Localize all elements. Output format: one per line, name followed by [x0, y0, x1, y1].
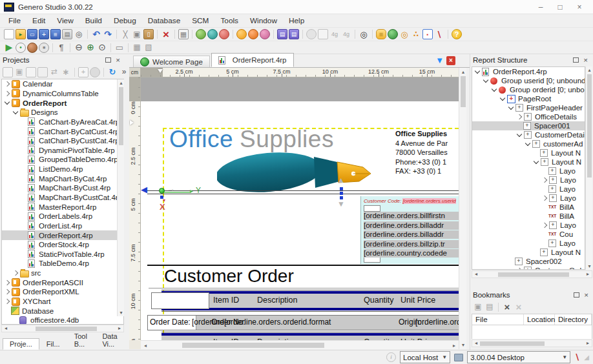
undo-icon[interactable]: ↶	[91, 29, 101, 39]
project-tree-item[interactable]: MapChart-ByCust.4rp	[2, 183, 123, 193]
project-tree-item[interactable]: DynamicPivotTable.4rp	[2, 145, 123, 155]
tools-icon[interactable]: ∖	[434, 29, 444, 39]
copy-icon[interactable]: ▣	[132, 29, 142, 39]
preview-box-icon[interactable]: ▦	[178, 29, 189, 39]
menu-help[interactable]: Help	[283, 15, 310, 26]
menu-database[interactable]: Database	[142, 15, 187, 26]
report-tree-item[interactable]: +FirstPageHeader	[472, 103, 585, 112]
project-tree-item[interactable]: OrderLabels.4rp	[2, 212, 123, 221]
float-panel-icon[interactable]	[571, 56, 581, 65]
report-tree-item[interactable]: +OfficeDetails	[472, 112, 585, 121]
project-tree-item[interactable]: OrderStock.4rp	[2, 240, 123, 250]
zoom-reset-icon[interactable]: ⊙	[97, 43, 107, 53]
menu-scm[interactable]: SCM	[186, 15, 214, 26]
float-panel-icon[interactable]	[103, 56, 113, 65]
canvas-horizontal-scrollbar[interactable]: ◂ ▸	[141, 340, 459, 349]
chevron-collapsed-icon[interactable]	[5, 280, 10, 285]
host-selector[interactable]: Local Host ▼	[400, 351, 450, 363]
project-tree-item[interactable]: OrderReport	[2, 98, 123, 108]
customer-code-field[interactable]: Customer Code: [orderline.orders.userid	[364, 198, 456, 204]
project-tree-item[interactable]: OrderList.4rp	[2, 221, 123, 231]
new-file-icon[interactable]	[4, 29, 14, 39]
menu-tools[interactable]: Tools	[214, 15, 244, 26]
project-tree-item[interactable]: ListDemo.4rp	[2, 165, 123, 174]
bill-field[interactable]: [orderline.country.codede	[364, 249, 459, 258]
menu-debug[interactable]: Debug	[108, 15, 142, 26]
chevron-collapsed-icon[interactable]	[5, 91, 10, 96]
build-node-icon[interactable]: ∗	[61, 67, 71, 77]
bill-field[interactable]: [orderline.orders.billzip.tr	[364, 240, 459, 248]
info-icon[interactable]: i	[386, 352, 396, 362]
project-tree-item[interactable]: Database	[2, 306, 123, 316]
order-field-fragment[interactable]: [orderline.orders	[415, 318, 459, 327]
project-tree-item[interactable]: XYChart	[2, 297, 123, 307]
chevron-expanded-icon[interactable]	[5, 99, 10, 105]
resize-grip[interactable]: ◢	[584, 354, 589, 361]
report-tree-item[interactable]: +Spacer002	[472, 257, 585, 266]
bottom-tab-2[interactable]: Tool B...	[67, 330, 96, 350]
report-tree-item[interactable]: +Layout N	[472, 148, 585, 157]
zoom-out-icon[interactable]: ⊖	[74, 43, 84, 53]
chevron-collapsed-icon[interactable]	[517, 268, 522, 270]
new-module-icon[interactable]: ▤	[277, 29, 287, 39]
chevron-expanded-icon[interactable]	[492, 86, 497, 91]
report-tree-item[interactable]: +Layo	[472, 185, 585, 194]
bookmarks-column-location[interactable]: Location	[524, 314, 555, 325]
canvas-vertical-scrollbar[interactable]: ▴ ▾	[459, 68, 466, 349]
select-tool-icon[interactable]: ▭	[114, 43, 125, 53]
save-icon[interactable]: ▭	[27, 29, 37, 39]
chevron-expanded-icon[interactable]	[483, 77, 488, 82]
chevron-expanded-icon[interactable]	[517, 131, 522, 136]
report-tree-item[interactable]: +Layout N	[472, 248, 585, 257]
company-address-block[interactable]: Office Supplies4 Avenue de Par78000 Vers…	[395, 129, 459, 176]
build-all-icon[interactable]	[207, 29, 218, 39]
report-tree-item[interactable]: +Layo	[472, 176, 585, 185]
table-header-row[interactable]: Item IDDescriptionQuantityUnit Price	[161, 336, 459, 340]
report-tree-item[interactable]: +Layout N	[472, 157, 585, 167]
project-tree-item[interactable]: OrderReport.4rp	[2, 230, 123, 240]
add-file-icon[interactable]: +	[78, 67, 88, 77]
report-tree-item[interactable]: TXTBillA	[472, 212, 585, 221]
report-tree-item[interactable]: OrderReport.4rp	[472, 67, 585, 76]
bookmarks-empty-list[interactable]	[472, 325, 592, 339]
report-tree-item[interactable]: +customerAd	[472, 139, 585, 148]
stop-icon[interactable]: ■	[39, 43, 49, 53]
find-icon[interactable]: ◎	[359, 29, 369, 39]
build-icon[interactable]	[196, 29, 206, 39]
project-tree-item[interactable]: GroupedTableDemo.4rp	[2, 155, 123, 165]
ruler-marker[interactable]	[158, 69, 163, 73]
disabled-4gl-icon[interactable]: 4g	[329, 29, 340, 39]
project-tree-item[interactable]: src	[2, 268, 123, 278]
menu-window[interactable]: Window	[244, 15, 283, 26]
order-field-fragment[interactable]: Order Date:	[150, 318, 191, 327]
print-icon[interactable]: ▤	[62, 29, 72, 39]
help-icon[interactable]: ?	[452, 29, 462, 39]
tab-orderreport[interactable]: OrderReport.4rp	[211, 53, 294, 67]
report-tree-item[interactable]: +Customer Orde	[472, 266, 585, 270]
chevron-expanded-icon[interactable]	[534, 158, 539, 163]
disabled-4gl2-icon[interactable]: 4g	[341, 29, 351, 39]
format-marks-icon[interactable]: ¶	[56, 43, 67, 53]
report-tree-item[interactable]: +Layo	[472, 194, 585, 203]
menu-file[interactable]: File	[3, 15, 26, 26]
disabled-doc-icon[interactable]	[318, 29, 328, 39]
project-tree-item[interactable]: DynamicColumnsTable	[2, 89, 123, 99]
project-tree-item[interactable]: TableDemo.4rp	[2, 259, 123, 268]
tab-welcome-page[interactable]: Welcome Page	[133, 56, 210, 67]
bottom-tab-1[interactable]: Fil...	[39, 338, 67, 350]
resize-handle-box[interactable]	[364, 205, 380, 212]
bill-field[interactable]: [orderline.orders.billaddr	[364, 221, 459, 230]
chevron-expanded-icon[interactable]	[508, 104, 514, 109]
report-tree-item[interactable]: +Spacer001	[472, 121, 585, 130]
delete-all-bookmarks-icon[interactable]: ×	[514, 302, 524, 312]
project-tree-item[interactable]: StaticPivotTable.4rp	[2, 250, 123, 259]
chevron-collapsed-icon[interactable]	[5, 299, 10, 304]
report-design-canvas[interactable]: OfficeSupplies Office Supplies4 Avenue d…	[141, 77, 459, 340]
chevron-collapsed-icon[interactable]	[542, 223, 547, 228]
bookmarks-horizontal-scrollbar[interactable]: ◂ ▸	[472, 339, 592, 347]
paste-icon[interactable]: ▯	[143, 29, 154, 39]
run-icon[interactable]: ▶	[4, 43, 14, 53]
chevron-expanded-icon[interactable]	[500, 95, 505, 100]
report-tree-item[interactable]: Group orderid [0; unbound	[472, 85, 585, 94]
project-tree-item[interactable]: CatChart-ByCustCat.4rp	[2, 136, 123, 146]
